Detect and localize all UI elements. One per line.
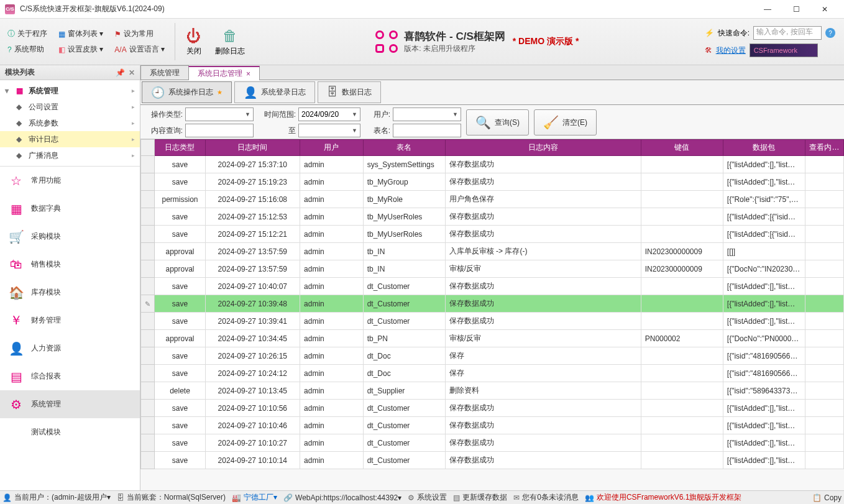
- brand-logo: 喜鹊软件 - C/S框架网 版本: 未启用升级程序: [375, 29, 505, 54]
- module-nav: ☆常用功能▦数据字典🛒采购模块🛍销售模块🏠库存模块￥财务管理👤人力资源▤综合报表…: [0, 167, 140, 490]
- tree-item[interactable]: ◆广播消息▸: [0, 147, 140, 163]
- clear-button[interactable]: 🧹清空(E): [534, 109, 597, 135]
- nav-module[interactable]: ￥财务管理: [0, 306, 140, 334]
- content-input[interactable]: [185, 124, 254, 137]
- tree-item[interactable]: ◆公司设置▸: [0, 99, 140, 115]
- nav-module[interactable]: 测试模块: [0, 418, 140, 446]
- table-row[interactable]: permission2024-09-27 15:16:08admintb_MyR…: [141, 191, 844, 208]
- close-panel-icon[interactable]: ✕: [129, 68, 135, 77]
- table-label: 表名:: [365, 126, 390, 136]
- command-input[interactable]: 输入命令, 按回车: [753, 26, 822, 40]
- statusbar: 👤当前用户：(admin-超级用户▾ 🗄当前账套：Normal(SqlServe…: [0, 490, 844, 504]
- subtab-icon: 👤: [244, 86, 257, 99]
- maximize-button[interactable]: ☐: [782, 0, 810, 19]
- tree-root[interactable]: ▾▦系统管理▸: [0, 83, 140, 99]
- table-row[interactable]: ✎save2024-09-27 10:39:48admindt_Customer…: [141, 295, 844, 313]
- table-row[interactable]: save2024-09-27 10:10:14admindt_Customer保…: [141, 452, 844, 469]
- nav-module[interactable]: ▦数据字典: [0, 195, 140, 222]
- table-row[interactable]: save2024-09-27 10:10:56admindt_Customer保…: [141, 400, 844, 417]
- status-unread[interactable]: ✉您有0条未读消息: [513, 492, 579, 503]
- nav-module[interactable]: ☆常用功能: [0, 167, 140, 195]
- sub-tabs: 🕘系统操作日志★👤系统登录日志🗄数据日志: [140, 80, 844, 105]
- date-to-input[interactable]: ▼: [298, 124, 360, 137]
- table-row[interactable]: save2024-09-27 10:39:41admindt_Customer保…: [141, 313, 844, 330]
- window-title: C/S系统快速开发框架-旗舰版V6.1(2024-09): [20, 4, 753, 14]
- main-tabs: 系统管理系统日志管理×: [140, 65, 844, 80]
- module-icon: ⚙: [9, 397, 24, 412]
- nav-module[interactable]: 👤人力资源: [0, 334, 140, 362]
- status-webapi[interactable]: 🔗WebApi:https://localhost:44392▾: [283, 493, 401, 502]
- tree-item[interactable]: ◆系统参数▸: [0, 115, 140, 131]
- data-grid[interactable]: 日志类型日志时间用户表名日志内容键值数据包查看内…save2024-09-27 …: [140, 139, 844, 490]
- tab[interactable]: 系统日志管理×: [188, 66, 260, 80]
- table-row[interactable]: save2024-09-27 15:19:23admintb_MyGroup保存…: [141, 173, 844, 191]
- system-help-button[interactable]: ?系统帮助: [4, 43, 51, 56]
- subtab[interactable]: 🗄数据日志: [318, 81, 381, 103]
- sidebar-header: 模块列表 📌✕: [0, 65, 140, 80]
- subtab-icon: 🕘: [151, 86, 165, 99]
- ribbon: ⓘ关于程序 ?系统帮助 ▦窗体列表 ▾ ◧设置皮肤 ▾ ⚑设为常用 A/A设置语…: [0, 19, 844, 65]
- date-from-input[interactable]: 2024/09/20▼: [298, 108, 360, 121]
- table-input[interactable]: [393, 124, 461, 137]
- tools-icon: 🛠: [705, 46, 712, 55]
- eraser-icon: 🧹: [543, 115, 559, 130]
- nav-module[interactable]: 🛒采购模块: [0, 222, 140, 250]
- csframework-banner[interactable]: CSFramework: [750, 44, 818, 57]
- about-button[interactable]: ⓘ关于程序: [4, 27, 51, 40]
- content-area: 系统管理系统日志管理× 🕘系统操作日志★👤系统登录日志🗄数据日志 操作类型: ▼…: [140, 65, 844, 490]
- table-row[interactable]: save2024-09-27 10:24:12admindt_Doc保存[{"i…: [141, 365, 844, 382]
- sidebar: 模块列表 📌✕ ▾▦系统管理▸◆公司设置▸◆系统参数▸◆审计日志▸◆广播消息▸ …: [0, 65, 140, 490]
- module-tree: ▾▦系统管理▸◆公司设置▸◆系统参数▸◆审计日志▸◆广播消息▸: [0, 80, 140, 167]
- window-list-button[interactable]: ▦窗体列表 ▾: [55, 27, 107, 40]
- search-icon: 🔍: [475, 115, 491, 130]
- subtab[interactable]: 🕘系统操作日志★: [142, 81, 232, 103]
- help-icon[interactable]: ?: [825, 28, 835, 38]
- subtab[interactable]: 👤系统登录日志: [234, 81, 315, 103]
- my-settings-link[interactable]: 我的设置: [716, 45, 746, 56]
- status-sysset[interactable]: ⚙系统设置: [408, 492, 447, 503]
- status-updatecache[interactable]: ▤更新缓存数据: [453, 492, 507, 503]
- status-welcome: 👥欢迎使用CSFrameworkV6.1旗舰版开发框架: [585, 492, 741, 503]
- status-factory[interactable]: 🏭宁德工厂▾: [232, 492, 277, 503]
- module-icon: 🛍: [9, 257, 24, 272]
- tab[interactable]: 系统管理: [140, 65, 189, 80]
- search-button[interactable]: 🔍查询(S): [466, 109, 529, 135]
- status-copy[interactable]: 📋Copy: [812, 493, 842, 502]
- table-row[interactable]: approval2024-09-27 13:57:59admintb_IN入库单…: [141, 243, 844, 260]
- minimize-button[interactable]: —: [753, 0, 782, 19]
- tree-item[interactable]: ◆审计日志▸: [0, 131, 140, 147]
- status-account: 🗄当前账套：Normal(SqlServer): [117, 492, 226, 503]
- nav-module[interactable]: 🛍销售模块: [0, 250, 140, 278]
- table-row[interactable]: save2024-09-27 10:10:46admindt_Customer保…: [141, 417, 844, 434]
- delete-log-button[interactable]: 🗑 删除日志: [210, 27, 250, 57]
- set-language-button[interactable]: A/A设置语言 ▾: [111, 43, 168, 56]
- delete-icon: 🗑: [222, 27, 237, 45]
- pin-icon[interactable]: 📌: [116, 68, 125, 77]
- close-window-button[interactable]: ✕: [810, 0, 839, 19]
- set-common-button[interactable]: ⚑设为常用: [111, 27, 168, 40]
- tab-close-icon[interactable]: ×: [246, 70, 250, 78]
- table-row[interactable]: save2024-09-27 15:12:53admintb_MyUserRol…: [141, 208, 844, 226]
- nav-module[interactable]: 🏠库存模块: [0, 278, 140, 306]
- titlebar: C/S C/S系统快速开发框架-旗舰版V6.1(2024-09) — ☐ ✕: [0, 0, 844, 19]
- to-label: 至: [259, 126, 296, 136]
- status-user[interactable]: 👤当前用户：(admin-超级用户▾: [2, 492, 111, 503]
- set-skin-button[interactable]: ◧设置皮肤 ▾: [55, 43, 107, 56]
- table-row[interactable]: save2024-09-27 15:12:21admintb_MyUserRol…: [141, 226, 844, 243]
- close-button[interactable]: ⏻ 关闭: [181, 27, 206, 57]
- module-icon: ▤: [9, 369, 24, 384]
- table-row[interactable]: save2024-09-27 15:37:10adminsys_SystemSe…: [141, 156, 844, 173]
- module-icon: 🏠: [9, 285, 24, 300]
- user-label: 用户:: [365, 109, 390, 120]
- nav-module[interactable]: ▤综合报表: [0, 362, 140, 390]
- user-select[interactable]: ▼: [393, 108, 461, 121]
- table-row[interactable]: approval2024-09-27 10:34:45admintb_PN审核/…: [141, 330, 844, 347]
- table-row[interactable]: save2024-09-27 10:10:27admindt_Customer保…: [141, 434, 844, 452]
- nav-module[interactable]: ⚙系统管理: [0, 390, 140, 418]
- subtab-icon: 🗄: [327, 86, 338, 99]
- table-row[interactable]: delete2024-09-27 10:13:45admindt_Supplie…: [141, 382, 844, 400]
- table-row[interactable]: save2024-09-27 10:40:07admindt_Customer保…: [141, 278, 844, 295]
- optype-select[interactable]: ▼: [185, 108, 254, 121]
- table-row[interactable]: save2024-09-27 10:26:15admindt_Doc保存[{"i…: [141, 347, 844, 365]
- table-row[interactable]: approval2024-09-27 13:57:59admintb_IN审核/…: [141, 260, 844, 278]
